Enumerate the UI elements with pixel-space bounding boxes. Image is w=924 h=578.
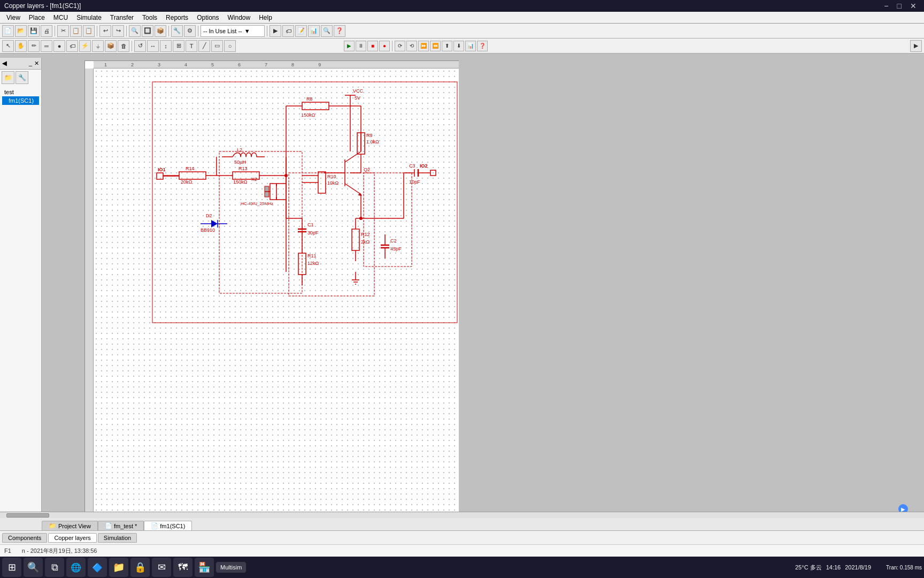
sim-fast-fwd[interactable]: ⏩ — [418, 41, 429, 51]
tb-redo[interactable]: ↪ — [112, 25, 124, 37]
tb-scroll-right[interactable]: ▶ — [910, 40, 922, 52]
taskbar-security[interactable]: 🔒 — [130, 558, 150, 577]
taskbar-edge-icon[interactable]: 🔷 — [88, 558, 107, 577]
tb-wire[interactable]: ✏ — [28, 40, 40, 52]
tb-line[interactable]: ╱ — [198, 40, 210, 52]
tb-power[interactable]: ⚡ — [79, 40, 91, 52]
sim-step-back[interactable]: ⟲ — [406, 41, 417, 51]
in-use-list-dropdown[interactable]: -- In Use List -- ▼ — [201, 25, 265, 37]
maximize-button[interactable]: □ — [894, 2, 905, 10]
taskbar-maps[interactable]: 🗺 — [173, 558, 192, 577]
menu-transfer[interactable]: Transfer — [106, 13, 138, 22]
tb-cut[interactable]: ✂ — [57, 25, 69, 37]
tb-bus[interactable]: ═ — [41, 40, 52, 52]
ctab-copper-layers[interactable]: Copper layers — [48, 533, 96, 543]
sep3 — [126, 26, 127, 36]
tb-zoom-out[interactable]: 🔲 — [142, 25, 153, 37]
panel-project-icon[interactable]: 📁 — [2, 71, 14, 84]
tb-annotate[interactable]: 🏷 — [282, 25, 294, 37]
sim-down[interactable]: ⬇ — [453, 41, 464, 51]
menu-window[interactable]: Window — [223, 13, 255, 22]
minimize-button[interactable]: − — [881, 2, 891, 10]
menu-tools[interactable]: Tools — [138, 13, 161, 22]
taskbar-browser-icon[interactable]: 🌐 — [66, 558, 86, 577]
schematic-container[interactable]: 123456789 123456789 VCC 5V — [84, 60, 502, 522]
sim-step-fwd[interactable]: ⟳ — [395, 41, 405, 51]
sim-help[interactable]: ❓ — [477, 41, 488, 51]
h-scrollbar[interactable] — [0, 512, 924, 518]
sim-record[interactable]: ● — [379, 41, 390, 51]
menu-simulate[interactable]: Simulate — [72, 13, 106, 22]
tb-undo[interactable]: ↩ — [99, 25, 111, 37]
tb-delete[interactable]: 🗑 — [118, 40, 129, 52]
tb-settings[interactable]: ⚙ — [184, 25, 196, 37]
menu-help[interactable]: Help — [255, 13, 276, 22]
tb-align[interactable]: ⊞ — [173, 40, 184, 52]
taskbar-explorer[interactable]: 📁 — [109, 558, 128, 577]
taskbar-taskview[interactable]: ⧉ — [45, 558, 64, 577]
tb-flip-h[interactable]: ↔ — [147, 40, 159, 52]
tree-item-test[interactable]: test — [2, 88, 39, 96]
tb-zoom-fit[interactable]: 📦 — [155, 25, 166, 37]
tb-ellipse[interactable]: ○ — [224, 40, 236, 52]
tab-fm1-sc1[interactable]: 📄 fm1(SC1) — [144, 521, 192, 530]
close-button[interactable]: ✕ — [907, 2, 920, 10]
tb-search[interactable]: 🔍 — [321, 25, 333, 37]
ctab-copper-layers-label: Copper layers — [54, 535, 90, 541]
menu-place[interactable]: Place — [25, 13, 49, 22]
schematic-svg[interactable]: VCC 5V R8 150kΩ R9 1.0kΩ — [94, 69, 501, 514]
tb-print[interactable]: 🖨 — [41, 25, 52, 37]
tab-project-view[interactable]: 📁 Project View — [42, 521, 98, 530]
menu-view[interactable]: View — [2, 13, 25, 22]
tree-item-fm1[interactable]: fm1(SC1) — [2, 96, 39, 105]
tb-copy[interactable]: 📋 — [70, 25, 82, 37]
project-tabs: 📁 Project View 📄 fm_test * 📄 fm1(SC1) — [0, 518, 924, 531]
panel-config-icon[interactable]: 🔧 — [16, 71, 28, 84]
tb-rect[interactable]: ▭ — [211, 40, 223, 52]
sim-stop[interactable]: ■ — [367, 41, 378, 51]
taskbar-store[interactable]: 🏪 — [195, 558, 214, 577]
tb-flip-v[interactable]: ↕ — [160, 40, 172, 52]
tb-hand[interactable]: ✋ — [15, 40, 27, 52]
tb-save[interactable]: 💾 — [28, 25, 40, 37]
menu-mcu[interactable]: MCU — [49, 13, 72, 22]
drawing-area[interactable]: VCC 5V R8 150kΩ R9 1.0kΩ — [94, 69, 501, 514]
panel-title: ◀ — [2, 60, 6, 67]
tb-run-sim[interactable]: ▶ — [270, 25, 281, 37]
tb-comp-db[interactable]: 🔧 — [171, 25, 183, 37]
tb-select[interactable]: ↖ — [2, 40, 14, 52]
status-date-info: n - 2021年8月19日, 13:38:56 — [22, 547, 97, 555]
sim-run[interactable]: ▶ — [344, 41, 355, 51]
panel-close-icon[interactable]: ✕ — [34, 60, 39, 67]
tb-ground[interactable]: ⏚ — [92, 40, 104, 52]
sim-pause[interactable]: ⏸ — [356, 41, 366, 51]
tb-netlabel[interactable]: 🏷 — [66, 40, 78, 52]
sim-up[interactable]: ⬆ — [442, 41, 452, 51]
tb-bom[interactable]: 📊 — [308, 25, 320, 37]
menu-options[interactable]: Options — [192, 13, 223, 22]
tb-paste[interactable]: 📋 — [83, 25, 95, 37]
tb-component[interactable]: 📦 — [105, 40, 117, 52]
panel-minimize-icon[interactable]: _ — [29, 60, 32, 67]
tab-fm-test[interactable]: 📄 fm_test * — [98, 521, 144, 530]
tb-new[interactable]: 📄 — [2, 25, 14, 37]
c3-label: C3 — [409, 163, 415, 169]
taskbar-search[interactable]: 🔍 — [24, 558, 43, 577]
sim-fast-back[interactable]: ⏪ — [430, 41, 441, 51]
tb-open[interactable]: 📂 — [15, 25, 27, 37]
sim-chart[interactable]: 📊 — [465, 41, 476, 51]
tb-text[interactable]: T — [186, 40, 197, 52]
tb-rotate[interactable]: ↺ — [134, 40, 146, 52]
sep6 — [267, 26, 267, 36]
ctab-components[interactable]: Components — [2, 533, 47, 543]
ctab-simulation[interactable]: Simulation — [98, 533, 137, 543]
tb-junction[interactable]: ● — [53, 40, 65, 52]
scroll-thumb[interactable] — [6, 513, 49, 518]
menu-reports[interactable]: Reports — [161, 13, 192, 22]
tb-netlist[interactable]: 📝 — [295, 25, 307, 37]
taskbar-email[interactable]: ✉ — [152, 558, 171, 577]
tb-help[interactable]: ❓ — [334, 25, 345, 37]
tb-zoom-in[interactable]: 🔍 — [129, 25, 141, 37]
taskbar-start[interactable]: ⊞ — [2, 558, 21, 577]
taskbar-app-multisim[interactable]: Multisim — [216, 562, 246, 573]
